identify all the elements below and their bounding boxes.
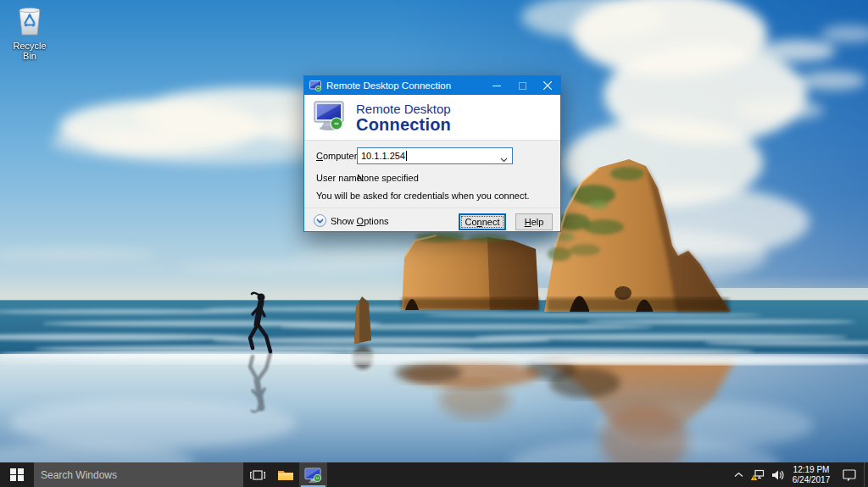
desktop-icon-recycle-bin[interactable]: Recycle Bin (5, 4, 54, 61)
chevron-up-icon (734, 472, 743, 478)
help-button[interactable]: Help (515, 213, 553, 230)
focus-rect (462, 217, 503, 227)
show-desktop-button[interactable] (864, 462, 868, 487)
system-tray: 12:19 PM 6/24/2017 (730, 462, 868, 487)
separator (304, 208, 560, 208)
file-explorer-icon (277, 468, 294, 482)
action-center-button[interactable] (835, 462, 864, 487)
rdp-taskbar-icon (304, 468, 323, 483)
recycle-bin-icon (15, 4, 44, 36)
start-button[interactable] (0, 462, 34, 487)
clock[interactable]: 12:19 PM 6/24/2017 (787, 462, 835, 487)
network-warning-icon (750, 469, 765, 481)
task-view-icon (249, 469, 266, 481)
windows-start-icon (10, 468, 24, 482)
action-center-icon (843, 469, 856, 481)
dialog-header-title: Remote Desktop Connection (356, 102, 451, 133)
taskbar: 12:19 PM 6/24/2017 (0, 462, 868, 487)
minimize-icon (492, 81, 501, 90)
recycle-bin-label: Recycle Bin (5, 41, 54, 61)
file-explorer-button[interactable] (271, 462, 299, 487)
text-caret (406, 151, 407, 161)
username-value: None specified (357, 173, 419, 183)
show-options-button[interactable]: Show Options (314, 214, 389, 227)
dialog-header: Remote Desktop Connection (304, 95, 560, 141)
search-input[interactable] (34, 462, 243, 487)
show-options-chevron-icon (314, 214, 326, 227)
volume-button[interactable] (767, 462, 787, 487)
computer-input[interactable]: 10.1.1.254 (357, 147, 513, 164)
maximize-button[interactable] (509, 76, 535, 95)
wallpaper-image (0, 0, 868, 487)
computer-label: Computer: (316, 151, 359, 161)
rdp-taskbar-button[interactable] (299, 462, 327, 487)
clock-date: 6/24/2017 (793, 475, 831, 485)
clock-time: 12:19 PM (793, 465, 830, 475)
minimize-button[interactable] (484, 76, 509, 95)
dialog-titlebar[interactable]: Remote Desktop Connection (304, 76, 560, 95)
rdp-logo-icon (313, 101, 348, 135)
close-button[interactable] (535, 76, 560, 95)
dialog-title: Remote Desktop Connection (326, 80, 484, 91)
credentials-note: You will be asked for credentials when y… (316, 191, 530, 201)
close-icon (543, 81, 552, 90)
combobox-chevron-icon[interactable] (500, 154, 508, 164)
rdp-dialog-window: Remote Desktop Connection (303, 75, 561, 232)
rdp-window-icon (309, 80, 322, 91)
network-status-button[interactable] (747, 462, 767, 487)
show-options-label: Show Options (331, 216, 389, 226)
task-view-button[interactable] (243, 462, 271, 487)
tray-expand-button[interactable] (730, 462, 747, 487)
dialog-body: Computer: 10.1.1.254 User name: None spe… (304, 141, 560, 231)
maximize-icon (519, 82, 526, 90)
computer-value: 10.1.1.254 (361, 151, 405, 161)
desktop: Recycle Bin Remote Desktop Connection (0, 0, 868, 487)
volume-icon (771, 470, 784, 480)
connect-button[interactable]: Connect (459, 213, 506, 230)
